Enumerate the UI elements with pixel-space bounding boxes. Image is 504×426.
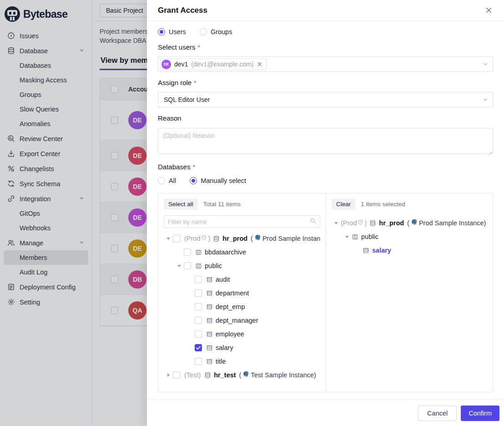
reason-field-wrap xyxy=(158,128,493,154)
tree-checkbox[interactable] xyxy=(195,276,202,283)
assign-role-label: Assign role* xyxy=(158,79,493,86)
radio-manually-select-dot[interactable] xyxy=(190,177,197,184)
clear-button[interactable]: Clear xyxy=(332,198,355,210)
database-transfer-panel: Select all Total 11 items (Prod ) hr_pro… xyxy=(158,193,493,392)
table-icon xyxy=(206,290,213,297)
tree-row: bbdataarchive xyxy=(164,245,320,259)
select-users-input[interactable]: DE dev1 (dev1@example.com) xyxy=(158,56,493,72)
tree-node-label[interactable]: dept_manager xyxy=(216,317,258,324)
radio-groups-dot[interactable] xyxy=(200,28,207,36)
radio-all-dot[interactable] xyxy=(158,177,165,184)
table-icon xyxy=(206,276,213,283)
environment-label: (Prod ) xyxy=(341,219,367,227)
confirm-button[interactable]: Confirm xyxy=(461,406,499,421)
tree-row: (Test) hr_test ( Test Sample Instance) xyxy=(164,368,320,382)
selected-user-tag: DE dev1 (dev1@example.com) xyxy=(160,58,267,70)
radio-users-label: Users xyxy=(169,28,186,36)
tree-caret[interactable] xyxy=(164,373,173,377)
tree-checkbox[interactable] xyxy=(195,344,202,351)
tree-node-label[interactable]: salary xyxy=(216,344,233,351)
select-all-button[interactable]: Select all xyxy=(164,198,198,210)
tree-node-label[interactable]: hr_prod xyxy=(222,235,247,242)
radio-groups-label: Groups xyxy=(211,28,232,36)
tree-row: public xyxy=(332,230,487,243)
tree-caret[interactable] xyxy=(175,265,184,267)
tree-row: audit xyxy=(164,273,320,286)
tree-row: salary xyxy=(164,341,320,355)
table-icon xyxy=(206,358,213,365)
tree-node-label[interactable]: department xyxy=(216,289,249,297)
tree-checkbox[interactable] xyxy=(195,303,202,310)
selected-database-tree: (Prod ) hr_prod ( Prod Sample Instance) … xyxy=(332,216,487,257)
tree-checkbox[interactable] xyxy=(195,358,202,365)
environment-label: (Prod ) xyxy=(184,235,210,242)
radio-all-databases[interactable]: All xyxy=(158,177,176,184)
tree-node-label[interactable]: public xyxy=(205,262,222,269)
tree-checkbox[interactable] xyxy=(173,235,180,242)
filter-by-name-input[interactable] xyxy=(168,218,307,225)
remove-user-icon[interactable] xyxy=(257,61,262,67)
reason-textarea[interactable] xyxy=(158,128,493,154)
tree-node-label[interactable]: public xyxy=(361,233,378,240)
tree-node-label[interactable]: salary xyxy=(372,247,391,254)
database-icon xyxy=(369,220,376,227)
tree-caret[interactable] xyxy=(332,222,341,224)
reason-label: Reason xyxy=(158,114,493,122)
instance-label: ( Prod Sample Instance) xyxy=(407,219,486,227)
tree-caret[interactable] xyxy=(164,238,173,240)
assign-role-select[interactable]: SQL Editor User xyxy=(158,92,493,107)
modal-footer: Cancel Confirm xyxy=(147,400,504,426)
table-icon xyxy=(206,345,213,351)
tree-checkbox[interactable] xyxy=(184,248,191,256)
table-icon xyxy=(206,304,213,310)
tree-node-label[interactable]: title xyxy=(216,358,226,365)
shield-icon xyxy=(358,219,363,227)
modal-header: Grant Access xyxy=(147,0,504,21)
environment-label: (Test) xyxy=(184,371,202,379)
tree-row: (Prod ) hr_prod ( Prod Sample Instance) xyxy=(164,232,320,245)
tree-checkbox[interactable] xyxy=(173,371,180,379)
tree-node-label[interactable]: bbdataarchive xyxy=(205,248,246,256)
tree-checkbox[interactable] xyxy=(195,330,202,338)
radio-groups[interactable]: Groups xyxy=(200,28,232,36)
selected-user-email: (dev1@example.com) xyxy=(191,61,253,68)
avatar: DE xyxy=(161,60,171,69)
radio-all-label: All xyxy=(169,177,176,184)
tree-row: employee xyxy=(164,327,320,341)
tree-row: public xyxy=(164,259,320,273)
tree-row: (Prod ) hr_prod ( Prod Sample Instance) xyxy=(332,216,487,230)
tree-checkbox[interactable] xyxy=(195,317,202,324)
modal-title: Grant Access xyxy=(158,6,207,15)
schema-icon xyxy=(195,249,202,256)
tree-node-label[interactable]: audit xyxy=(216,276,230,283)
database-icon xyxy=(204,372,211,379)
source-pane-header: Select all Total 11 items xyxy=(164,198,320,210)
tree-node-label[interactable]: hr_prod xyxy=(379,219,404,227)
assign-role-value: SQL Editor User xyxy=(160,96,210,103)
cancel-button[interactable]: Cancel xyxy=(418,406,457,421)
modal-body: Users Groups Select users* DE dev1 (dev1… xyxy=(147,21,504,400)
radio-users-dot[interactable] xyxy=(158,28,165,36)
selected-user-name: dev1 xyxy=(174,61,188,68)
items-selected-label: 1 items selected xyxy=(361,201,405,208)
instance-label: ( Prod Sample Instance) xyxy=(251,234,320,243)
table-icon xyxy=(363,247,369,254)
radio-manually-select[interactable]: Manually select xyxy=(190,177,246,184)
database-source-pane: Select all Total 11 items (Prod ) hr_pro… xyxy=(158,193,326,392)
chevron-down-icon xyxy=(482,61,489,69)
tree-checkbox[interactable] xyxy=(195,289,202,297)
tree-caret[interactable] xyxy=(343,236,352,238)
resize-handle[interactable] xyxy=(488,149,492,153)
radio-users[interactable]: Users xyxy=(158,28,186,36)
instance-label: ( Test Sample Instance) xyxy=(239,371,316,379)
tree-node-label[interactable]: dept_emp xyxy=(216,303,245,310)
tree-node-label[interactable]: hr_test xyxy=(214,371,236,379)
tree-checkbox[interactable] xyxy=(184,262,191,269)
selected-pane-header: Clear 1 items selected xyxy=(332,198,487,210)
postgres-icon xyxy=(254,234,261,243)
select-users-label: Select users* xyxy=(158,43,493,51)
tree-node-label[interactable]: employee xyxy=(216,330,244,338)
postgres-icon xyxy=(411,219,418,227)
chevron-down-icon xyxy=(482,96,489,105)
close-icon[interactable] xyxy=(484,6,493,15)
